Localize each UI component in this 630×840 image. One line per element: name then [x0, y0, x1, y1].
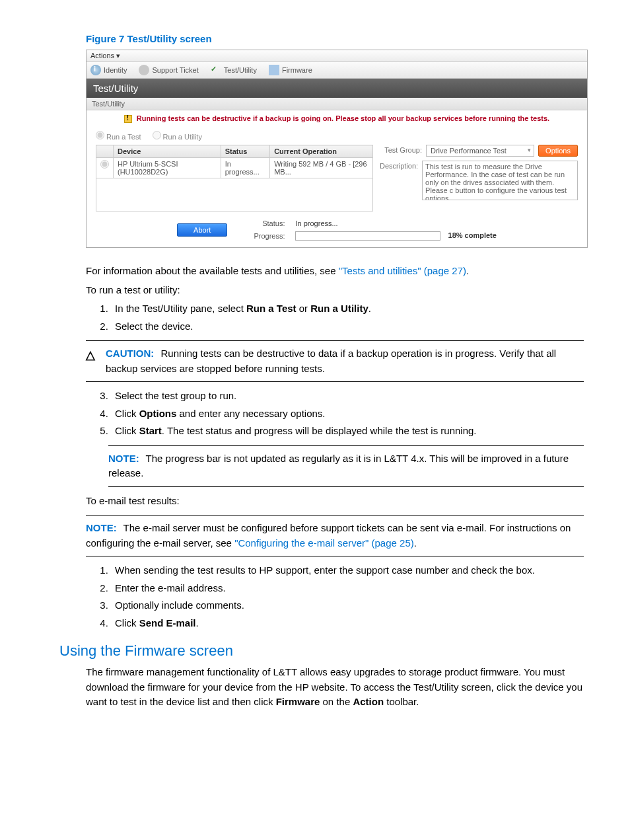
cell-device: HP Ultrium 5-SCSI (HU10028D2G)	[114, 158, 221, 178]
device-table: Device Status Current Operation HP Ultri…	[96, 145, 373, 211]
toolbar-tabs: Identity Support Ticket Test/Utility Fir…	[87, 62, 587, 79]
figure-title: Figure 7 Test/Utility screen	[86, 33, 604, 44]
tab-identity[interactable]: Identity	[90, 65, 127, 75]
list-item: Enter the e-mail address.	[111, 581, 584, 596]
warning-icon	[124, 115, 132, 123]
status-label: Status:	[254, 219, 285, 227]
note-label: NOTE:	[108, 453, 139, 464]
progress-value: 18% complete	[448, 231, 497, 239]
run-steps: In the Test/Utility pane, select Run a T…	[111, 301, 584, 334]
progress-label: Progress:	[254, 232, 285, 240]
description-label: Description:	[380, 161, 422, 170]
test-config-panel: Test Group: Drive Performance Test Optio…	[373, 145, 578, 211]
caution-icon: △	[86, 346, 106, 376]
document-body: For information about the available test…	[86, 264, 584, 630]
test-group-label: Test Group:	[380, 145, 426, 154]
list-item: Select the device.	[111, 319, 584, 334]
col-operation: Current Operation	[270, 145, 373, 158]
mode-radio-group: Run a Test Run a Utility	[87, 127, 587, 145]
list-item: Optionally include comments.	[111, 598, 584, 613]
para-run-intro: To run a test or utility:	[86, 283, 584, 298]
table-row[interactable]: HP Ultrium 5-SCSI (HU10028D2G) In progre…	[96, 158, 373, 178]
list-item: Click Options and enter any necessary op…	[111, 406, 584, 422]
tab-support-ticket[interactable]: Support Ticket	[139, 65, 198, 75]
tab-label: Test/Utility	[224, 66, 257, 74]
cell-operation: Writing 592 MB / 4 GB - [296 MB...	[270, 158, 373, 178]
list-item: Click Send E-mail.	[111, 616, 584, 631]
para-email-intro: To e-mail test results:	[86, 494, 584, 509]
tab-label: Firmware	[282, 66, 312, 74]
check-icon	[211, 65, 221, 75]
radio-run-utility[interactable]: Run a Utility	[153, 133, 202, 141]
ticket-icon	[139, 65, 149, 75]
radio-label: Run a Utility	[163, 133, 202, 141]
abort-button[interactable]: Abort	[177, 223, 227, 237]
note-progress: NOTE: The progress bar is not updated as…	[108, 445, 584, 487]
run-steps-cont: Select the test group to run. Click Opti…	[111, 389, 584, 439]
test-group-select[interactable]: Drive Performance Test	[426, 145, 534, 157]
list-item: Click Start. The test status and progres…	[111, 424, 584, 439]
info-icon	[90, 65, 101, 75]
note-label: NOTE:	[86, 522, 117, 533]
status-area: Abort Status: In progress... Progress: 1…	[87, 217, 587, 247]
tab-label: Identity	[104, 66, 127, 74]
subsection-title: Test/Utility	[87, 98, 587, 110]
tab-test-utility[interactable]: Test/Utility	[211, 65, 257, 75]
options-button[interactable]: Options	[538, 145, 578, 157]
para-info: For information about the available test…	[86, 264, 584, 279]
progress-bar	[295, 231, 440, 241]
warning-banner: Running tests can be destructive if a ba…	[87, 110, 587, 127]
status-value: In progress...	[295, 219, 496, 227]
row-radio[interactable]	[100, 160, 109, 169]
link-email-config[interactable]: "Configuring the e-mail server" (page 25…	[234, 537, 414, 549]
description-box: This test is run to measure the Drive Pe…	[422, 161, 578, 200]
link-tests-utilities[interactable]: "Tests and utilities" (page 27)	[339, 265, 466, 276]
tab-label: Support Ticket	[152, 66, 198, 74]
actions-menu[interactable]: Actions ▾	[87, 50, 587, 62]
radio-label: Run a Test	[106, 133, 141, 141]
firmware-para: The firmware management functionality of…	[86, 665, 584, 710]
note-email: NOTE: The e-mail server must be configur…	[86, 515, 584, 556]
list-item: In the Test/Utility pane, select Run a T…	[111, 301, 584, 317]
heading-firmware: Using the Firmware screen	[59, 642, 604, 660]
caution-text: Running tests can be destructive to data…	[106, 348, 556, 374]
caution-label: CAUTION:	[106, 348, 154, 359]
col-device: Device	[114, 145, 221, 158]
section-title: Test/Utility	[87, 79, 587, 98]
tab-firmware[interactable]: Firmware	[269, 65, 312, 75]
warning-text: Running tests can be destructive if a ba…	[137, 114, 549, 122]
cell-status: In progress...	[221, 158, 269, 178]
note-text: The progress bar is not updated as regul…	[108, 453, 569, 479]
email-steps: When sending the test results to HP supp…	[111, 563, 584, 630]
col-status: Status	[221, 145, 269, 158]
radio-run-test[interactable]: Run a Test	[96, 133, 141, 141]
caution-callout: △ CAUTION: Running tests can be destruct…	[86, 340, 584, 382]
screenshot-test-utility: Actions ▾ Identity Support Ticket Test/U…	[86, 50, 588, 248]
list-item: Select the test group to run.	[111, 389, 584, 404]
firmware-icon	[269, 65, 279, 75]
list-item: When sending the test results to HP supp…	[111, 563, 584, 578]
